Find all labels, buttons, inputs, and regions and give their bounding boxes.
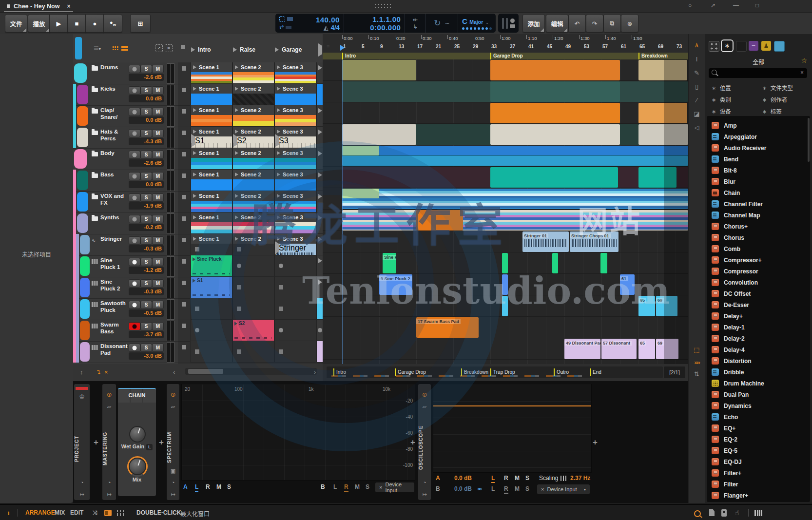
device-list-item[interactable]: Chain bbox=[707, 187, 810, 198]
device-list-item[interactable]: EQ-5 bbox=[707, 445, 810, 456]
track-row[interactable]: Sawtooth PluckSM-0.5 dB bbox=[73, 298, 178, 320]
duplicate-button[interactable]: ⧉ bbox=[603, 14, 621, 33]
group-folder-open-icon[interactable] bbox=[92, 152, 98, 156]
arranger-track-lane[interactable] bbox=[323, 231, 688, 252]
device-list-item[interactable]: Delay-2 bbox=[707, 333, 810, 344]
clip-tool-icon[interactable]: ▯ bbox=[689, 83, 705, 90]
clip-slot[interactable]: Scene 1S1 bbox=[191, 127, 233, 148]
channel-select-l[interactable]: L bbox=[195, 483, 198, 492]
solo-button[interactable]: S bbox=[140, 236, 152, 245]
track-color-chip[interactable] bbox=[74, 149, 87, 169]
track-color-chip[interactable] bbox=[74, 63, 87, 83]
close-icon[interactable]: × bbox=[67, 3, 70, 10]
presets-tab-icon[interactable] bbox=[736, 41, 747, 52]
scene-clip-header[interactable]: Scene 3 bbox=[275, 105, 316, 115]
clip-slot[interactable]: Scene 2 bbox=[233, 62, 275, 84]
device-list-item[interactable]: DC Offset bbox=[707, 288, 810, 299]
clip-slot[interactable] bbox=[275, 255, 317, 277]
clip-play-icon[interactable] bbox=[235, 108, 238, 112]
arranger-clip[interactable] bbox=[490, 124, 620, 145]
device-list-item[interactable]: Convolution bbox=[707, 277, 810, 288]
device-list-item[interactable]: Dynamics bbox=[707, 400, 810, 411]
chain-device[interactable]: CHAIN Wet GainL Mix bbox=[118, 388, 156, 496]
device-list-item[interactable]: Distortion bbox=[707, 355, 810, 366]
clip-play-icon[interactable] bbox=[235, 87, 238, 91]
device-list-item[interactable]: Chorus+ bbox=[707, 221, 810, 232]
track-color-chip[interactable] bbox=[77, 128, 88, 147]
device-list-item[interactable]: Blur bbox=[707, 176, 810, 187]
record-arm-button[interactable] bbox=[129, 236, 140, 245]
device-list-item[interactable]: EQ-2 bbox=[707, 434, 810, 445]
add-device-button[interactable]: + bbox=[410, 438, 415, 447]
scene-clip-header[interactable]: Scene 1 bbox=[191, 191, 232, 201]
clip-slot[interactable]: Scene 3Stringer 01 bbox=[275, 234, 317, 255]
device-list-item[interactable]: Channel Map bbox=[707, 210, 810, 221]
solo-button[interactable]: S bbox=[140, 193, 152, 202]
master-track-chip[interactable] bbox=[75, 37, 82, 59]
clip-play-icon[interactable] bbox=[193, 194, 196, 198]
clip-play-icon[interactable] bbox=[235, 173, 238, 176]
arranger-clip[interactable] bbox=[342, 124, 416, 145]
arranger-clip[interactable] bbox=[490, 167, 618, 188]
metronome-icon[interactable]: ◭ bbox=[324, 24, 329, 31]
arranger-clip[interactable]: 49 Dissonant Pad bbox=[564, 339, 600, 359]
track-name[interactable]: Swarm Bass bbox=[100, 322, 128, 335]
track-row[interactable]: Sine Pluck 1SM-1.2 dB bbox=[73, 255, 178, 277]
overview-marker[interactable]: Garage Drop bbox=[395, 368, 426, 376]
mute-button[interactable]: M bbox=[152, 151, 164, 159]
window-maximize-icon[interactable]: □ bbox=[755, 2, 759, 9]
device-list-item[interactable]: Comb bbox=[707, 243, 810, 254]
launcher-edge-cell[interactable] bbox=[317, 234, 323, 255]
track-stop-cell[interactable] bbox=[178, 191, 191, 213]
record-arm-button[interactable] bbox=[129, 322, 140, 330]
track-color-chip[interactable] bbox=[80, 299, 90, 319]
track-row[interactable]: BassSM0.0 dB bbox=[73, 170, 178, 192]
arranger-clip[interactable]: 65 bbox=[638, 339, 655, 359]
clip-slot[interactable]: S1 bbox=[191, 277, 233, 298]
scene-clip-header[interactable]: Scene 3 bbox=[275, 148, 316, 158]
scene-play-icon[interactable] bbox=[275, 47, 279, 52]
scroll-right-icon[interactable]: › bbox=[314, 368, 316, 376]
arranger-clip[interactable]: 57 Dissonant bbox=[601, 339, 637, 359]
loop-section[interactable]: ↻ ∼ bbox=[426, 14, 458, 33]
fill-icon[interactable]: ∼ bbox=[445, 20, 449, 27]
device-list-item[interactable]: Channel Filter bbox=[707, 198, 810, 210]
scene-clip-header[interactable]: Scene 2 bbox=[233, 234, 274, 244]
clip-play-icon[interactable] bbox=[235, 151, 238, 155]
channel-select-r[interactable]: R bbox=[344, 483, 348, 492]
view-tab-arrange[interactable]: ARRANGE bbox=[25, 509, 55, 516]
clip-slot[interactable]: Scene 2 bbox=[233, 170, 275, 191]
mute-button[interactable]: M bbox=[152, 215, 164, 223]
track-stop-cell[interactable] bbox=[178, 234, 191, 256]
arrangement-overview[interactable]: IntroGarage DropBreakdownTrap DropOutroE… bbox=[323, 364, 688, 382]
devices-tab-icon[interactable]: ∗ bbox=[722, 41, 732, 51]
mute-button[interactable]: M bbox=[152, 65, 164, 73]
pointer-tool-icon[interactable]: ➢ bbox=[689, 41, 705, 50]
channel-select-s[interactable]: S bbox=[525, 475, 529, 481]
record-arm-button[interactable] bbox=[129, 172, 140, 180]
artists-tab-icon[interactable]: ♟ bbox=[761, 41, 771, 51]
launcher-edge-cell[interactable] bbox=[317, 148, 323, 170]
device-list-item[interactable]: De-Esser bbox=[707, 299, 810, 310]
device-list-item[interactable]: Dual Pan bbox=[707, 389, 810, 400]
channel-select-l[interactable]: L bbox=[491, 485, 495, 492]
mute-button[interactable]: M bbox=[152, 172, 164, 180]
clip-play-icon[interactable] bbox=[277, 87, 280, 91]
launcher-edge-cell[interactable] bbox=[317, 298, 323, 320]
mix-knob[interactable] bbox=[127, 456, 148, 477]
track-row[interactable]: Hats & PercsSM-4.3 dB bbox=[73, 127, 178, 149]
channel-select-s[interactable]: S bbox=[525, 485, 529, 492]
track-row[interactable]: VOX and FXSM-1.9 dB bbox=[73, 191, 178, 213]
arranger-clip[interactable]: Sine Plu bbox=[383, 253, 396, 273]
track-volume-db[interactable]: -3.7 dB bbox=[129, 331, 164, 338]
track-name[interactable]: Bass bbox=[100, 172, 128, 178]
clip-slot[interactable]: Scene 2 bbox=[233, 84, 275, 105]
time-signature[interactable]: 4/4 bbox=[331, 24, 340, 31]
clip-play-icon[interactable] bbox=[277, 130, 280, 134]
scene-clip-header[interactable]: Scene 3 bbox=[275, 127, 316, 136]
track-row[interactable]: Swarm BassSM-3.7 dB bbox=[73, 320, 178, 342]
clip-slot[interactable] bbox=[233, 298, 275, 320]
track-row[interactable]: KicksSM0.0 dB bbox=[73, 84, 178, 106]
scene-clip-header[interactable]: Scene 3 bbox=[275, 234, 316, 244]
fit-vertical-icon[interactable]: ↕ bbox=[80, 368, 83, 376]
